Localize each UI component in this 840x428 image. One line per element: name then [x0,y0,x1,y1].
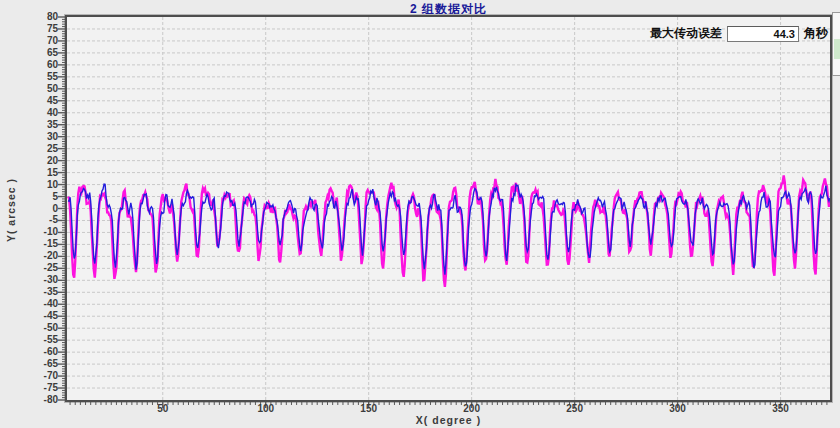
transmission-error-chart-window: 2 组数据对比 Y( arcsec ) X( degree ) 最大传动误差 角… [0,0,840,428]
y-tick-label: 25 [0,143,58,155]
y-tick-label: -15 [0,238,58,250]
max-error-label: 最大传动误差 [650,25,722,42]
y-tick-label: 45 [0,95,58,107]
y-tick-label: -70 [0,370,58,382]
y-tick-label: -35 [0,286,58,298]
x-tick-label: 200 [442,403,502,415]
y-tick-label: 65 [0,47,58,59]
x-tick-label: 300 [648,403,708,415]
y-tick-label: -60 [0,346,58,358]
max-error-unit-label: 角秒 [804,25,828,42]
max-error-value-field[interactable] [727,26,799,42]
y-tick-label: 20 [0,155,58,167]
x-tick-label: 100 [236,403,296,415]
x-tick-label: 350 [751,403,811,415]
y-tick-label: 5 [0,191,58,203]
x-tick-label: 50 [133,403,193,415]
y-tick-label: -50 [0,322,58,334]
y-tick-label: -40 [0,298,58,310]
y-tick-label: 0 [0,203,58,215]
x-axis-title: X( degree ) [67,414,830,426]
y-tick-label: -30 [0,274,58,286]
x-tick-label: 150 [339,403,399,415]
y-tick-label: 40 [0,107,58,119]
y-tick-label: -5 [0,214,58,226]
y-tick-label: 50 [0,83,58,95]
x-tick-label: 250 [545,403,605,415]
y-tick-label: 55 [0,71,58,83]
y-tick-label: -55 [0,334,58,346]
y-tick-label: -80 [0,394,58,406]
y-tick-label: 75 [0,23,58,35]
y-tick-label: -25 [0,262,58,274]
y-tick-label: 15 [0,167,58,179]
clipped-side-panel-green-block [834,39,840,59]
chart-canvas [0,0,840,428]
y-tick-label: 80 [0,11,58,23]
y-tick-label: -10 [0,226,58,238]
clipped-side-panel [832,12,840,76]
y-tick-label: 30 [0,131,58,143]
y-tick-label: 10 [0,179,58,191]
y-tick-label: 35 [0,119,58,131]
y-tick-label: -45 [0,310,58,322]
max-error-readout: 最大传动误差 角秒 [650,25,828,42]
y-tick-label: 60 [0,59,58,71]
y-tick-label: 70 [0,35,58,47]
y-tick-label: -65 [0,358,58,370]
y-tick-label: -20 [0,250,58,262]
y-tick-label: -75 [0,382,58,394]
